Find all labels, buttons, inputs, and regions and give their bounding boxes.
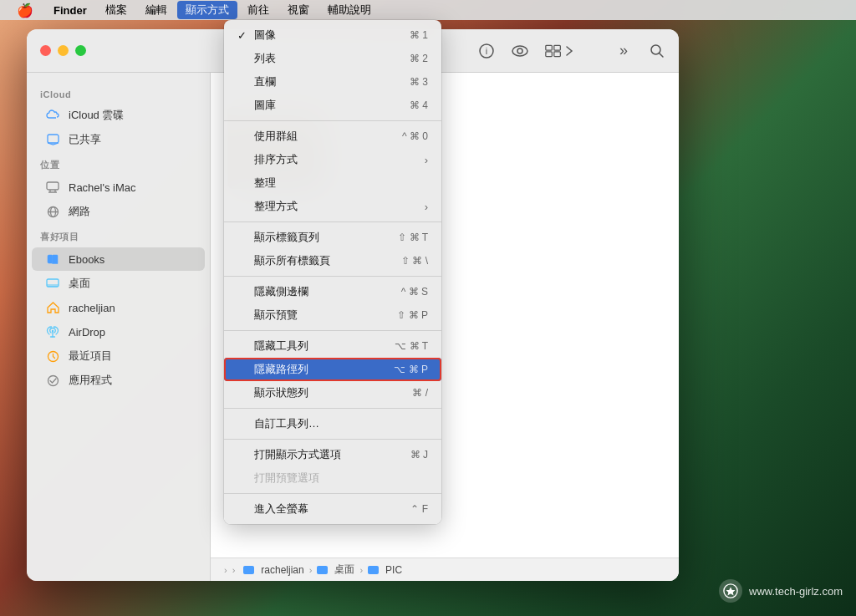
menu-item-show-preview[interactable]: 顯示預覽 ⇧ ⌘ P xyxy=(224,303,441,327)
path-bar: › › racheljian › 桌面 › PIC xyxy=(211,557,679,581)
svg-rect-19 xyxy=(47,284,59,287)
separator-1 xyxy=(224,120,441,121)
watermark-logo xyxy=(719,579,742,603)
svg-text:i: i xyxy=(486,46,487,56)
sidebar-item-desktop[interactable]: 桌面 xyxy=(32,272,205,295)
svg-rect-6 xyxy=(546,51,553,56)
network-label: 網路 xyxy=(69,204,90,219)
sidebar-item-recents[interactable]: 最近項目 xyxy=(32,344,205,368)
menu-item-customize-toolbar[interactable]: 自訂工具列… xyxy=(224,412,441,435)
airdrop-icon xyxy=(45,324,60,339)
menu-view[interactable]: 顯示方式 xyxy=(177,1,237,19)
svg-rect-10 xyxy=(48,135,59,143)
separator-6 xyxy=(224,439,441,440)
watermark: www.tech-girlz.com xyxy=(719,579,843,603)
separator-7 xyxy=(224,493,441,494)
svg-rect-5 xyxy=(554,45,561,50)
shared-label: 已共享 xyxy=(69,132,101,147)
menu-item-list-view[interactable]: 列表 ⌘ 2 xyxy=(224,47,441,70)
sidebar-item-airdrop[interactable]: AirDrop xyxy=(32,320,205,344)
menu-item-clean-up[interactable]: 整理 xyxy=(224,171,441,195)
view-dropdown-menu: ✓ 圖像 ⌘ 1 列表 ⌘ 2 直欄 ⌘ 3 圖庫 ⌘ 4 使用群組 ^ ⌘ 0… xyxy=(224,20,441,524)
menu-item-icon-view[interactable]: ✓ 圖像 ⌘ 1 xyxy=(224,23,441,47)
svg-rect-11 xyxy=(47,182,59,190)
home-icon xyxy=(45,300,60,315)
shared-icon xyxy=(45,132,60,147)
desktop-label: 桌面 xyxy=(69,276,90,291)
separator-4 xyxy=(224,330,441,331)
menu-finder[interactable]: Finder xyxy=(45,3,95,18)
menu-item-show-view-options[interactable]: 打開顯示方式選項 ⌘ J xyxy=(224,443,441,466)
separator-2 xyxy=(224,221,441,222)
ebooks-label: Ebooks xyxy=(69,253,104,266)
info-icon[interactable]: i xyxy=(478,43,495,59)
separator-3 xyxy=(224,276,441,277)
menu-edit[interactable]: 編輯 xyxy=(137,1,176,19)
airdrop-label: AirDrop xyxy=(69,326,105,339)
menu-window[interactable]: 視窗 xyxy=(279,1,318,19)
sidebar-item-racheljian[interactable]: racheljian xyxy=(32,296,205,319)
sidebar-item-shared[interactable]: 已共享 xyxy=(32,128,205,151)
menu-item-hide-toolbar[interactable]: 隱藏工具列 ⌥ ⌘ T xyxy=(224,334,441,358)
menu-item-gallery-view[interactable]: 圖庫 ⌘ 4 xyxy=(224,94,441,117)
more-icon[interactable]: » xyxy=(615,43,632,59)
ebooks-icon xyxy=(45,252,60,267)
svg-point-22 xyxy=(48,375,58,385)
menu-item-hide-path-bar[interactable]: 隱藏路徑列 ⌥ ⌘ P xyxy=(224,358,441,381)
sidebar-item-applications[interactable]: 應用程式 xyxy=(32,369,205,392)
svg-point-2 xyxy=(512,46,527,56)
menu-item-hide-sidebar[interactable]: 隱藏側邊欄 ^ ⌘ S xyxy=(224,280,441,303)
close-button[interactable] xyxy=(40,45,51,56)
apple-menu[interactable]: 🍎 xyxy=(7,3,43,18)
svg-line-9 xyxy=(660,53,664,57)
menu-item-use-groups[interactable]: 使用群組 ^ ⌘ 0 xyxy=(224,125,441,148)
menu-item-show-preview-options: 打開預覽選項 xyxy=(224,466,441,490)
desktop-icon xyxy=(45,276,60,291)
applications-icon xyxy=(45,373,60,388)
menu-item-show-status-bar[interactable]: 顯示狀態列 ⌘ / xyxy=(224,381,441,405)
maximize-button[interactable] xyxy=(75,45,86,56)
icloud-drive-label: iCloud 雲碟 xyxy=(69,108,124,123)
view-toggle[interactable] xyxy=(545,44,573,58)
path-item-desktop[interactable]: 桌面 xyxy=(317,563,354,577)
menu-item-sort-by[interactable]: 排序方式 › xyxy=(224,148,441,171)
sidebar-section-location: 位置 xyxy=(27,152,210,175)
menu-help[interactable]: 輔助說明 xyxy=(319,1,380,19)
traffic-lights xyxy=(40,45,86,56)
applications-label: 應用程式 xyxy=(69,373,112,388)
sidebar: iCloud iCloud 雲碟 已共享 位置 xyxy=(27,73,211,581)
preview-icon[interactable] xyxy=(512,43,528,59)
sidebar-item-network[interactable]: 網路 xyxy=(32,200,205,223)
menu-item-show-all-tabs[interactable]: 顯示所有標籤頁 ⇧ ⌘ \ xyxy=(224,249,441,272)
toolbar-actions: i » xyxy=(478,43,665,59)
watermark-text: www.tech-girlz.com xyxy=(749,585,843,598)
sidebar-item-imac[interactable]: Rachel's iMac xyxy=(32,176,205,199)
imac-label: Rachel's iMac xyxy=(69,181,136,194)
racheljian-label: racheljian xyxy=(69,302,115,314)
menu-bar: 🍎 Finder 檔案 編輯 顯示方式 前往 視窗 輔助說明 xyxy=(0,0,856,20)
search-icon[interactable] xyxy=(649,43,665,59)
path-item-racheljian[interactable]: racheljian xyxy=(243,564,303,576)
separator-5 xyxy=(224,408,441,409)
check-icon: ✓ xyxy=(237,29,254,42)
sidebar-item-ebooks[interactable]: Ebooks xyxy=(32,247,205,271)
recents-icon xyxy=(45,349,60,364)
menu-file[interactable]: 檔案 xyxy=(97,1,135,19)
icloud-drive-icon xyxy=(45,108,60,123)
sidebar-section-icloud: iCloud xyxy=(27,83,210,103)
menu-go[interactable]: 前往 xyxy=(239,1,278,19)
menu-item-show-tab-bar[interactable]: 顯示標籤頁列 ⇧ ⌘ T xyxy=(224,226,441,249)
svg-rect-4 xyxy=(546,45,553,50)
imac-icon xyxy=(45,180,60,195)
minimize-button[interactable] xyxy=(58,45,69,56)
sidebar-section-favorites: 喜好項目 xyxy=(27,224,210,247)
menu-item-enter-fullscreen[interactable]: 進入全螢幕 ⌃ F xyxy=(224,497,441,521)
svg-rect-7 xyxy=(554,51,561,56)
path-item-pic[interactable]: PIC xyxy=(368,564,402,576)
recents-label: 最近項目 xyxy=(69,349,112,364)
menu-item-clean-up-by[interactable]: 整理方式 › xyxy=(224,195,441,218)
svg-point-3 xyxy=(517,48,522,53)
network-icon xyxy=(45,204,60,219)
menu-item-column-view[interactable]: 直欄 ⌘ 3 xyxy=(224,70,441,94)
sidebar-item-icloud-drive[interactable]: iCloud 雲碟 xyxy=(32,104,205,127)
